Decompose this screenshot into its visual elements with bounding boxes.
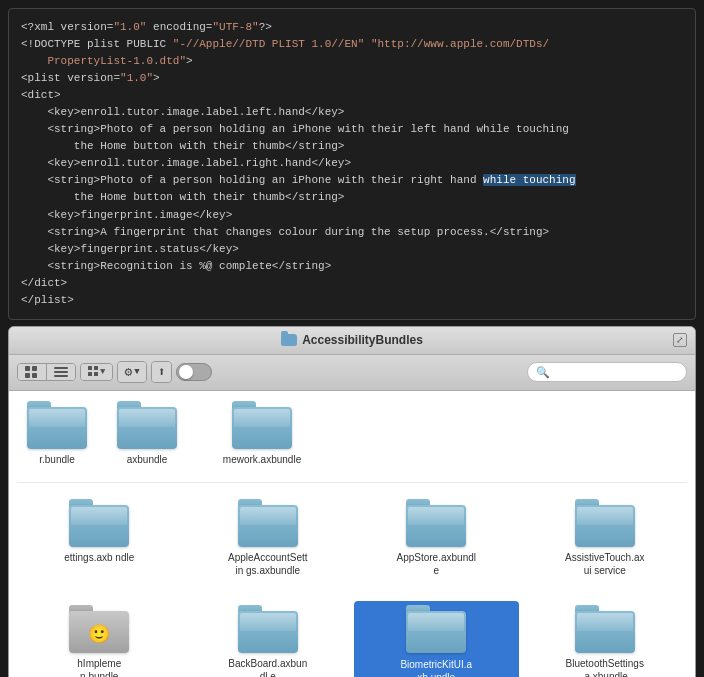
folder-icon (232, 401, 292, 449)
view-button-group (17, 363, 76, 381)
code-line-12: <key>fingerprint.image</key> (21, 207, 683, 224)
code-line-14: <key>fingerprint.status</key> (21, 241, 683, 258)
code-line-7: <string>Photo of a person holding an iPh… (21, 121, 683, 138)
list-item[interactable]: axbundle (97, 401, 197, 478)
finder-toolbar: ▼ ⚙ ▼ ⬆ 🔍 (9, 355, 695, 391)
finder-content: r.bundle axbundle mework.axbundle (9, 391, 695, 677)
code-line-1: <?xml version="1.0" encoding="UTF-8"?> (21, 19, 683, 36)
item-label: axbundle (127, 453, 168, 466)
search-icon: 🔍 (536, 366, 550, 379)
finder-window: AccessibilityBundles ⤢ (8, 326, 696, 677)
finder-titlebar: AccessibilityBundles ⤢ (9, 327, 695, 355)
item-label: ettings.axb ndle (64, 551, 134, 564)
folder-icon (117, 401, 177, 449)
code-line-9: <key>enroll.tutor.image.label.right.hand… (21, 155, 683, 172)
item-label: hImpleme n.bundle (59, 657, 139, 677)
action-arrow-icon: ▼ (134, 367, 139, 377)
toggle-switch[interactable] (176, 363, 212, 381)
list-item[interactable]: 🙂 hImpleme n.bundle (17, 601, 182, 677)
code-line-5: <dict> (21, 87, 683, 104)
list-item[interactable]: BiometricKitUI.axb undle (354, 601, 519, 677)
list-item[interactable]: AssistiveTouch.axui service (523, 495, 688, 593)
finder-title: AccessibilityBundles (281, 333, 423, 347)
item-label: AppleAccountSettin gs.axbundle (228, 551, 308, 577)
folder-icon (27, 401, 87, 449)
code-line-10: <string>Photo of a person holding an iPh… (21, 172, 683, 189)
item-label: BackBoard.axbundl e (228, 657, 308, 677)
folder-icon (406, 605, 466, 653)
svg-rect-10 (94, 372, 98, 376)
folder-icon (575, 499, 635, 547)
svg-rect-1 (32, 366, 37, 371)
svg-rect-4 (54, 367, 68, 369)
code-line-13: <string>A fingerprint that changes colou… (21, 224, 683, 241)
share-button[interactable]: ⬆ (152, 362, 172, 382)
svg-rect-0 (25, 366, 30, 371)
finder-window-title: AccessibilityBundles (302, 333, 423, 347)
toggle-knob (179, 365, 193, 379)
list-item[interactable]: AppStore.axbundle (354, 495, 519, 593)
folder-icon (238, 605, 298, 653)
action-button[interactable]: ⚙ ▼ (118, 362, 145, 382)
code-line-15: <string>Recognition is %@ complete</stri… (21, 258, 683, 275)
highlighted-text: while touching (483, 174, 575, 186)
item-label: AssistiveTouch.axui service (565, 551, 645, 577)
item-label: r.bundle (39, 453, 75, 466)
svg-rect-5 (54, 371, 68, 373)
title-folder-icon (281, 334, 297, 346)
icon-view-button[interactable] (18, 364, 47, 380)
code-line-8: the Home button with their thumb</string… (21, 138, 683, 155)
list-item[interactable]: r.bundle (17, 401, 97, 478)
grid-options-icon (88, 366, 100, 378)
folder-icon: 🙂 (69, 605, 129, 653)
code-line-2: <!DOCTYPE plist PUBLIC "-//Apple//DTD PL… (21, 36, 683, 53)
code-line-3: PropertyList-1.0.dtd"> (21, 53, 683, 70)
share-button-group: ⬆ (151, 361, 173, 383)
folder-icon (238, 499, 298, 547)
item-label: AppStore.axbundle (396, 551, 476, 577)
item-label: BiometricKitUI.axb undle (396, 657, 476, 677)
folder-icon (575, 605, 635, 653)
text-editor: <?xml version="1.0" encoding="UTF-8"?> <… (8, 8, 696, 320)
svg-rect-6 (54, 375, 68, 377)
svg-rect-8 (94, 366, 98, 370)
share-icon: ⬆ (158, 364, 166, 380)
item-label: BluetoothSettings.a xbundle (565, 657, 645, 677)
search-box[interactable]: 🔍 (527, 362, 687, 382)
folder-icon (69, 499, 129, 547)
view-options-group: ▼ (80, 363, 113, 381)
code-line-11: the Home button with their thumb</string… (21, 189, 683, 206)
list-view-icon (54, 366, 68, 378)
list-item[interactable]: BluetoothSettings.a xbundle (523, 601, 688, 677)
folder-icon (406, 499, 466, 547)
search-input[interactable] (554, 366, 678, 378)
face-icon: 🙂 (88, 623, 110, 645)
list-item[interactable]: mework.axbundle (197, 401, 327, 478)
code-line-16: </dict> (21, 275, 683, 292)
view-options-button[interactable]: ▼ (81, 364, 112, 380)
expand-button[interactable]: ⤢ (673, 333, 687, 347)
top-row: r.bundle axbundle mework.axbundle (17, 401, 687, 483)
list-view-button[interactable] (47, 364, 75, 380)
svg-rect-7 (88, 366, 92, 370)
list-item[interactable]: BackBoard.axbundl e (186, 601, 351, 677)
list-item[interactable]: AppleAccountSettin gs.axbundle (186, 495, 351, 593)
svg-rect-2 (25, 373, 30, 378)
code-line-17: </plist> (21, 292, 683, 309)
action-button-group: ⚙ ▼ (117, 361, 146, 383)
svg-rect-3 (32, 373, 37, 378)
list-item[interactable]: ettings.axb ndle (17, 495, 182, 593)
code-line-4: <plist version="1.0"> (21, 70, 683, 87)
svg-rect-9 (88, 372, 92, 376)
icon-grid-icon (25, 366, 39, 378)
code-line-6: <key>enroll.tutor.image.label.left.hand<… (21, 104, 683, 121)
gear-icon: ⚙ (124, 364, 132, 380)
dropdown-arrow-icon: ▼ (100, 367, 105, 377)
item-label: mework.axbundle (223, 453, 301, 466)
